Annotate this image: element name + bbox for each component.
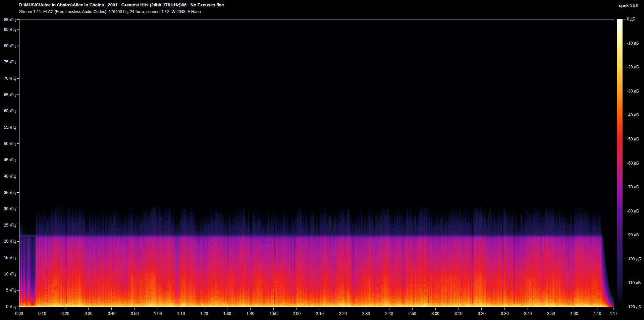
spectrogram-frame bbox=[19, 19, 614, 307]
time-tick-mark bbox=[613, 308, 614, 310]
time-tick-label: 1:20 bbox=[196, 311, 212, 316]
freq-tick-label: 70 кГц bbox=[0, 76, 16, 81]
time-tick-mark bbox=[343, 308, 343, 310]
db-tick-label: -40 дБ bbox=[627, 113, 639, 117]
freq-tick-mark bbox=[17, 94, 19, 95]
time-tick-label: 0:50 bbox=[127, 311, 143, 316]
db-tick-label: -70 дБ bbox=[627, 185, 639, 189]
time-tick-label: 3:40 bbox=[520, 311, 536, 316]
time-tick-label: 3:00 bbox=[427, 311, 443, 316]
time-tick-mark bbox=[273, 308, 274, 310]
freq-tick-label: 85 кГц bbox=[0, 27, 16, 32]
db-tick-label: 0 дБ bbox=[627, 17, 635, 21]
time-tick-label: 1:50 bbox=[265, 311, 281, 316]
time-tick-mark bbox=[88, 308, 89, 310]
time-tick-mark bbox=[412, 308, 413, 310]
time-tick-label: 2:50 bbox=[404, 311, 420, 316]
freq-tick-label: 80 кГц bbox=[0, 44, 16, 48]
db-tick-mark bbox=[624, 187, 626, 187]
freq-tick-mark bbox=[17, 143, 19, 144]
freq-tick-mark bbox=[17, 225, 19, 225]
time-tick-label: 0:20 bbox=[57, 311, 73, 316]
freq-tick-mark bbox=[17, 127, 19, 127]
time-tick-mark bbox=[111, 308, 112, 310]
db-tick-mark bbox=[624, 211, 626, 211]
freq-tick-mark bbox=[17, 78, 19, 79]
db-tick-label: -110 дБ bbox=[627, 280, 641, 285]
db-tick-mark bbox=[624, 235, 626, 235]
time-tick-label: 2:30 bbox=[358, 311, 374, 316]
db-tick-mark bbox=[624, 91, 626, 91]
db-tick-mark bbox=[624, 115, 626, 115]
db-tick-mark bbox=[624, 139, 626, 139]
freq-tick-label: 20 кГц bbox=[0, 239, 16, 244]
freq-tick-label: 10 кГц bbox=[0, 272, 16, 276]
spectrogram-heatmap bbox=[19, 19, 614, 307]
freq-tick-mark bbox=[17, 160, 19, 160]
time-tick-label: 1:10 bbox=[173, 311, 189, 316]
time-tick-mark bbox=[297, 308, 297, 310]
freq-tick-label: 40 кГц bbox=[0, 174, 16, 179]
freq-tick-label: 75 кГц bbox=[0, 60, 16, 64]
time-tick-mark bbox=[528, 308, 528, 310]
spek-app-window: D:\MUSIC\Alice In Chains\Alice In Chains… bbox=[0, 0, 644, 320]
time-tick-mark bbox=[551, 308, 551, 310]
time-tick-mark bbox=[459, 308, 459, 310]
time-tick-label: 0:00 bbox=[11, 311, 27, 316]
time-tick-label: 3:30 bbox=[497, 311, 513, 316]
time-tick-label: 2:20 bbox=[335, 311, 351, 316]
time-tick-mark bbox=[320, 308, 320, 310]
freq-tick-mark bbox=[17, 46, 19, 46]
colorbar-gradient bbox=[617, 19, 623, 307]
freq-tick-label: 88 кГц bbox=[0, 17, 16, 22]
db-tick-label: -30 дБ bbox=[627, 89, 639, 93]
time-tick-mark bbox=[19, 308, 19, 310]
time-tick-mark bbox=[42, 308, 42, 310]
time-tick-label: 3:50 bbox=[543, 311, 559, 316]
time-tick-label: 0:10 bbox=[34, 311, 50, 316]
app-brand: spek0.8.5 bbox=[619, 2, 638, 8]
freq-tick-label: 60 кГц bbox=[0, 109, 16, 113]
time-tick-label: 3:20 bbox=[474, 311, 490, 316]
app-name: spek bbox=[619, 3, 629, 8]
time-tick-mark bbox=[250, 308, 251, 310]
time-tick-label: 2:40 bbox=[381, 311, 397, 316]
time-tick-label: 4:17 bbox=[605, 311, 622, 316]
time-tick-label: 3:10 bbox=[450, 311, 467, 316]
db-tick-label: -10 дБ bbox=[627, 41, 639, 46]
time-tick-mark bbox=[204, 308, 204, 310]
freq-tick-mark bbox=[17, 111, 19, 111]
db-tick-mark bbox=[624, 19, 626, 19]
time-tick-label: 2:00 bbox=[288, 311, 305, 316]
freq-tick-label: 5 кГц bbox=[0, 288, 16, 293]
freq-tick-mark bbox=[17, 290, 19, 291]
time-tick-mark bbox=[435, 308, 436, 310]
freq-tick-mark bbox=[17, 241, 19, 242]
time-tick-mark bbox=[65, 308, 65, 310]
time-tick-mark bbox=[366, 308, 366, 310]
time-tick-label: 4:00 bbox=[566, 311, 582, 316]
time-tick-mark bbox=[158, 308, 158, 310]
freq-tick-label: 50 кГц bbox=[0, 141, 16, 146]
freq-tick-mark bbox=[17, 209, 19, 209]
time-tick-label: 4:10 bbox=[589, 311, 605, 316]
freq-tick-label: 0 кГц bbox=[0, 304, 16, 309]
db-tick-mark bbox=[624, 307, 626, 307]
time-tick-mark bbox=[574, 308, 574, 310]
freq-tick-mark bbox=[17, 307, 19, 307]
freq-tick-mark bbox=[17, 258, 19, 258]
time-tick-mark bbox=[389, 308, 389, 310]
freq-tick-label: 45 кГц bbox=[0, 157, 16, 162]
file-path-title: D:\MUSIC\Alice In Chains\Alice In Chains… bbox=[19, 2, 224, 7]
db-tick-label: -100 дБ bbox=[627, 257, 641, 261]
freq-tick-mark bbox=[17, 19, 19, 20]
time-tick-mark bbox=[181, 308, 181, 310]
time-tick-mark bbox=[597, 308, 597, 310]
freq-tick-mark bbox=[17, 274, 19, 274]
freq-tick-mark bbox=[17, 29, 19, 30]
freq-tick-label: 30 кГц bbox=[0, 206, 16, 211]
db-tick-mark bbox=[624, 259, 626, 259]
db-tick-label: -60 дБ bbox=[627, 161, 639, 166]
freq-tick-label: 15 кГц bbox=[0, 255, 16, 260]
time-tick-mark bbox=[504, 308, 505, 310]
